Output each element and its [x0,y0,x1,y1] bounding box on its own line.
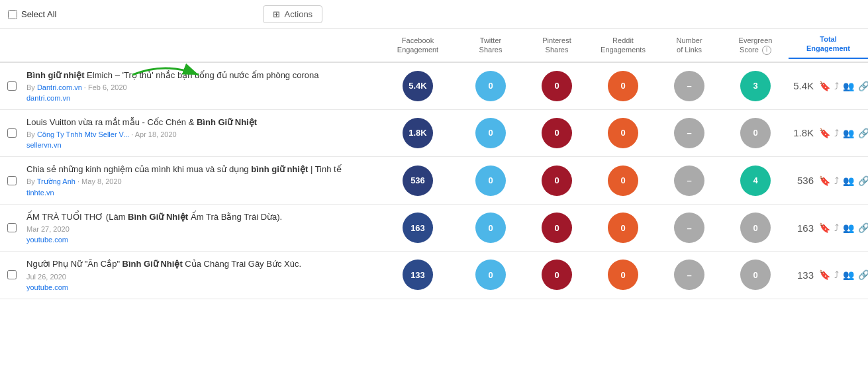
twitter-metric: 0 [458,118,524,148]
twitter-metric: 0 [458,166,524,196]
bookmark-icon[interactable]: 🔖 [819,269,830,280]
source-link[interactable]: dantri.com.vn [26,94,70,102]
author-link[interactable]: Trường Anh [37,177,75,185]
row-title-cell: Chia sẻ những kinh nghiệm của mình khi m… [24,164,378,197]
facebook-metric: 133 [378,260,458,290]
facebook-metric: 1.8K [378,118,458,148]
row-checkbox-cell [0,81,24,91]
article-source: youtube.com [26,282,370,292]
links-metric: – [656,213,722,243]
article-title: Louis Vuitton vừa ra mắt mẫu - Cốc Chén … [26,117,370,128]
facebook-circle: 1.8K [403,118,433,148]
evergreen-metric: 3 [722,71,789,101]
share-icon[interactable]: ⤴ [834,175,839,186]
users-icon[interactable]: 👥 [843,175,854,186]
link-icon[interactable]: 🔗 [858,222,868,233]
total-value: 1.8K [787,127,814,138]
share-icon[interactable]: ⤴ [834,128,839,138]
select-all-checkbox[interactable] [8,10,17,19]
article-meta: By Trường Anh · May 8, 2020 [26,177,370,186]
twitter-circle: 0 [475,260,506,290]
author-link[interactable]: Công Ty Tnhh Mtv Seller V... [37,130,129,138]
article-source: youtube.com [26,234,370,244]
row-checkbox[interactable] [7,81,17,91]
twitter-metric: 0 [458,213,524,243]
bookmark-icon[interactable]: 🔖 [819,81,830,91]
article-title: ẤM TRÀ TUỔI THƠ (Làm Bình Giữ Nhiệt Ấm T… [26,211,370,223]
reddit-metric: 0 [590,213,656,243]
article-title: Bình giữ nhiệt Elmich – 'Trợ thủ' nhắc b… [26,70,370,81]
facebook-circle: 5.4K [403,71,433,101]
pinterest-circle: 0 [542,166,572,196]
users-icon[interactable]: 👥 [843,222,854,233]
table-row: Bình giữ nhiệt Elmich – 'Trợ thủ' nhắc b… [0,63,868,110]
facebook-metric: 163 [378,213,458,243]
source-link[interactable]: youtube.com [26,283,68,291]
total-cell: 1.8K 🔖 ⤴ 👥 🔗 [789,127,868,138]
total-value: 133 [787,269,814,281]
actions-icon: ⊞ [273,9,280,19]
select-all-area: Select All [8,9,56,19]
evergreen-metric: 0 [722,260,789,290]
bookmark-icon[interactable]: 🔖 [819,222,830,233]
article-meta: By Dantri.com.vn · Feb 6, 2020 [26,83,370,91]
link-icon[interactable]: 🔗 [858,128,868,138]
reddit-circle: 0 [608,213,638,243]
total-cell: 5.4K 🔖 ⤴ 👥 🔗 [789,80,868,91]
col-total: TotalEngagement [789,32,868,59]
article-source: dantri.com.vn [26,93,370,103]
evergreen-info-icon[interactable]: i [762,46,771,55]
action-icons: 🔖 ⤴ 👥 🔗 [819,128,868,138]
actions-button[interactable]: ⊞ Actions [263,5,322,23]
users-icon[interactable]: 👥 [843,81,854,91]
pinterest-circle: 0 [542,213,572,243]
article-source: sellervn.vn [26,140,370,150]
source-link[interactable]: youtube.com [26,236,68,244]
row-checkbox-cell [0,223,24,232]
row-checkbox[interactable] [7,223,17,232]
row-checkbox[interactable] [7,176,17,185]
col-evergreen: EvergreenScore i [722,33,789,58]
action-icons: 🔖 ⤴ 👥 🔗 [819,222,868,233]
link-icon[interactable]: 🔗 [858,175,868,186]
pinterest-circle: 0 [542,118,572,148]
reddit-circle: 0 [608,260,638,290]
author-link[interactable]: Dantri.com.vn [37,83,82,91]
row-title-cell: Bình giữ nhiệt Elmich – 'Trợ thủ' nhắc b… [24,70,378,103]
links-circle: – [674,260,704,290]
bookmark-icon[interactable]: 🔖 [819,175,830,186]
action-icons: 🔖 ⤴ 👥 🔗 [819,175,868,186]
share-icon[interactable]: ⤴ [834,269,839,280]
link-icon[interactable]: 🔗 [858,81,868,91]
bookmark-icon[interactable]: 🔖 [819,128,830,138]
total-value: 5.4K [787,80,814,91]
col-checkbox [0,42,24,48]
facebook-circle: 163 [403,213,433,243]
toolbar: Select All ⊞ Actions [0,0,868,29]
reddit-metric: 0 [590,71,656,101]
total-value: 163 [787,222,814,234]
col-pinterest: PinterestShares [524,33,590,58]
facebook-metric: 5.4K [378,71,458,101]
share-icon[interactable]: ⤴ [834,222,839,233]
pinterest-circle: 0 [542,260,572,290]
source-link[interactable]: tinhte.vn [26,189,54,197]
pinterest-metric: 0 [524,118,590,148]
reddit-circle: 0 [608,71,638,101]
row-checkbox[interactable] [7,128,17,138]
twitter-circle: 0 [475,213,506,243]
share-icon[interactable]: ⤴ [834,81,839,91]
col-twitter: TwitterShares [458,33,524,58]
twitter-circle: 0 [475,166,506,196]
links-metric: – [656,260,722,290]
reddit-metric: 0 [590,166,656,196]
source-link[interactable]: sellervn.vn [26,141,62,149]
link-icon[interactable]: 🔗 [858,269,868,280]
facebook-circle: 536 [403,166,433,196]
users-icon[interactable]: 👥 [843,128,854,138]
col-title [24,42,378,48]
row-checkbox[interactable] [7,270,17,279]
rows-container: Bình giữ nhiệt Elmich – 'Trợ thủ' nhắc b… [0,63,868,299]
row-checkbox-cell [0,128,24,138]
users-icon[interactable]: 👥 [843,269,854,280]
